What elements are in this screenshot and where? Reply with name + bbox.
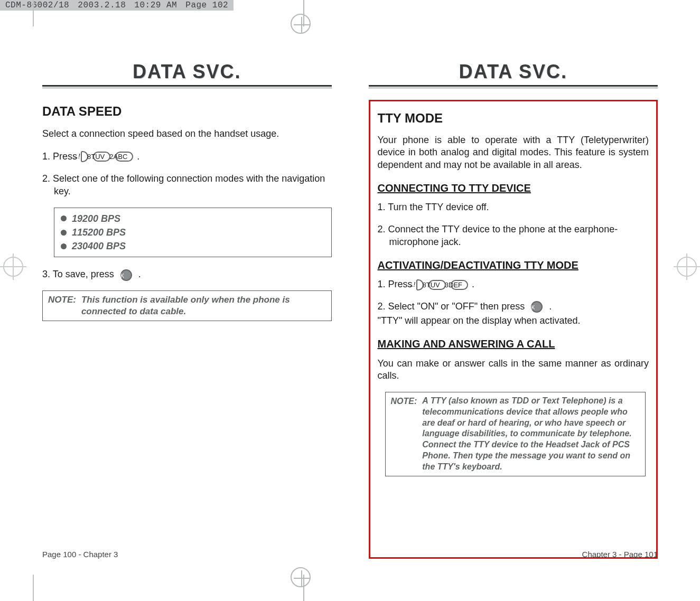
note-label: NOTE: <box>43 291 81 321</box>
act-step2-line1: 2. Select "ON" or "OFF" then press OK . <box>378 300 649 313</box>
heading-connecting: CONNECTING TO TTY DEVICE <box>378 181 649 195</box>
heading-activating: ACTIVATING/DEACTIVATING TTY MODE <box>378 258 649 272</box>
page-footer-right: Chapter 3 - Page 101 <box>369 550 658 559</box>
key-8-icon: 8TUV <box>93 152 110 162</box>
act-step1-suffix: . <box>472 279 474 289</box>
meta-page-ref: Page 102 <box>185 1 228 10</box>
page-footer-left: Page 100 - Chapter 3 <box>42 550 332 559</box>
step3-suffix: . <box>138 269 141 279</box>
right-content: TTY MODE Your phone is able to operate w… <box>378 110 649 476</box>
registration-mark-left <box>0 253 26 280</box>
meta-time: 10:29 AM <box>134 1 177 10</box>
heading-data-speed: DATA SPEED <box>42 103 332 120</box>
ok-key-icon: OK <box>120 269 132 281</box>
left-page: DATA SVC. DATA SPEED Select a connection… <box>42 61 332 559</box>
document-scan: CDM-86002/18 2003.2.18 10:29 AM Page 102… <box>0 0 700 601</box>
crop-mark-top <box>33 0 34 26</box>
section-title-left: DATA SVC. <box>42 61 332 83</box>
act-step2-line2: "TTY" will appear on the display when ac… <box>378 315 649 327</box>
heading-making-call: MAKING AND ANSWERING A CALL <box>378 337 649 351</box>
option-115200: 115200 BPS <box>61 226 325 239</box>
rule <box>42 85 332 87</box>
highlighted-section: TTY MODE Your phone is able to operate w… <box>369 100 658 559</box>
option-label: 230400 BPS <box>72 240 126 252</box>
heading-tty-mode: TTY MODE <box>378 110 649 127</box>
step1-suffix: . <box>137 151 139 162</box>
registration-mark-bottom <box>285 575 328 601</box>
step-select-mode: 2. Select one of the following connectio… <box>42 172 332 198</box>
note-label: NOTE: <box>386 392 423 476</box>
act-step2-suffix: . <box>549 301 552 312</box>
step3-prefix: 3. To save, press <box>42 269 114 279</box>
rule-thin <box>42 88 332 88</box>
rule <box>369 85 658 87</box>
note-text: This function is available only when the… <box>81 291 331 321</box>
registration-mark-top <box>285 0 328 26</box>
option-label: 115200 BPS <box>72 226 126 239</box>
meta-date: 2003.2.18 <box>78 1 126 10</box>
key-8-icon: 8TUV <box>428 280 446 290</box>
meta-file: CDM-86002/18 <box>5 1 69 10</box>
key-3-icon: 3DEF <box>451 280 468 290</box>
note-box-right: NOTE: A TTY (also known as TDD or Text T… <box>385 392 646 476</box>
step-press-keys: 1. Press ...! 8TUV 2ABC . <box>42 150 332 163</box>
registration-mark-right <box>674 253 700 280</box>
tty-intro: Your phone is able to operate with a TTY… <box>378 134 649 172</box>
act-step2-prefix: 2. Select "ON" or "OFF" then press <box>378 301 525 312</box>
act-step1: 1. Press ...! 8TUV 3DEF . <box>378 278 649 291</box>
conn-step1: 1. Turn the TTY device off. <box>378 201 649 214</box>
key-2-icon: 2ABC <box>115 152 133 162</box>
bullet-icon <box>61 215 67 221</box>
crop-mark-bottom <box>33 575 34 601</box>
intro-text: Select a connection speed based on the h… <box>42 127 332 140</box>
option-230400: 230400 BPS <box>61 240 325 252</box>
rule-thin <box>369 88 658 88</box>
note-box-left: NOTE: This function is available only wh… <box>42 290 332 321</box>
bullet-icon <box>61 230 67 236</box>
bullet-icon <box>61 243 67 249</box>
note-text: A TTY (also known as TDD or Text Telepho… <box>422 392 645 476</box>
page-spread: DATA SVC. DATA SPEED Select a connection… <box>42 61 658 559</box>
act-step1-prefix: 1. Press <box>378 279 413 289</box>
options-box: 19200 BPS 115200 BPS 230400 BPS <box>54 208 332 258</box>
print-meta-strip: CDM-86002/18 2003.2.18 10:29 AM Page 102 <box>0 0 234 11</box>
conn-step2: 2. Connect the TTY device to the phone a… <box>378 223 649 249</box>
option-19200: 19200 BPS <box>61 212 325 225</box>
step-save: 3. To save, press OK . <box>42 268 332 280</box>
right-page: DATA SVC. TTY MODE Your phone is able to… <box>369 61 658 559</box>
option-label: 19200 BPS <box>72 212 120 225</box>
making-call-text: You can make or answer calls in the same… <box>378 358 649 383</box>
section-title-right: DATA SVC. <box>369 61 658 83</box>
left-content: DATA SPEED Select a connection speed bas… <box>42 100 332 328</box>
ok-key-icon: OK <box>531 301 543 313</box>
